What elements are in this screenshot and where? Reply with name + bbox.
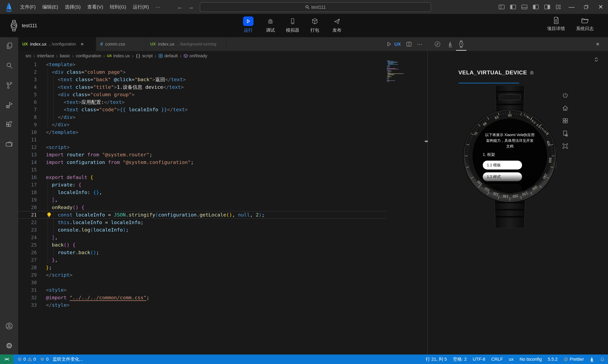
menu-file[interactable]: 文件(F) [17, 0, 39, 14]
code-line-15[interactable]: 15 [18, 166, 427, 174]
code-line-12[interactable]: 12<script> [18, 143, 427, 151]
app-button-template[interactable]: 1.1 模板 [483, 161, 522, 169]
breadcrumb-default[interactable]: default [159, 53, 178, 58]
code-line-22[interactable]: 22 this.localeInfo = localeInfo; [18, 219, 427, 226]
menu-selection[interactable]: 选择(S) [61, 0, 84, 14]
language-mode[interactable]: ux [509, 357, 514, 362]
encoding[interactable]: UTF-8 [473, 357, 485, 362]
layout-sidebar-left-filled-icon[interactable] [530, 0, 542, 14]
split-editor-icon[interactable] [404, 37, 414, 51]
code-line-2[interactable]: 2 <div class="column page"> [18, 68, 427, 76]
menu-view[interactable]: 查看(V) [84, 0, 106, 14]
layout-customize-icon[interactable] [553, 0, 564, 14]
app-list-icon[interactable] [562, 117, 569, 124]
tab-comm-css[interactable]: # comm.css [96, 37, 146, 51]
code-line-28[interactable]: 28}; [18, 264, 427, 272]
code-line-14[interactable]: 14import configuration from "@system.con… [18, 159, 427, 166]
code-line-24[interactable]: 24 }, [18, 234, 427, 241]
breadcrumb-src[interactable]: src [26, 53, 31, 58]
debug-bug-icon[interactable] [529, 70, 535, 75]
preview-sailboat-icon[interactable] [446, 37, 455, 51]
breadcrumb-interface[interactable]: interface [37, 53, 54, 58]
simulator-button[interactable]: 模拟器 [281, 15, 304, 33]
minimap[interactable] [386, 60, 425, 84]
ux-language-badge[interactable]: UX [393, 37, 402, 51]
ports-status[interactable]: 0 [40, 357, 49, 362]
power-icon[interactable] [562, 92, 569, 99]
layout-sidebar-left-icon[interactable] [507, 0, 519, 14]
code-line-19[interactable]: 19 }, [18, 196, 427, 204]
extension-version[interactable]: 5.5.2 [548, 357, 557, 362]
close-window-button[interactable]: ✕ [594, 0, 608, 14]
code-line-18[interactable]: 18 localeInfo: {}, [18, 189, 427, 196]
code-line-21[interactable]: 21 const localeInfo = JSON.stringify(con… [18, 211, 427, 219]
code-line-4[interactable]: 4 <text class="title">1.设备信息 device</tex… [18, 83, 427, 91]
run-debug-icon[interactable] [0, 96, 18, 114]
code-line-5[interactable]: 5 <div class="column group"> [18, 91, 427, 98]
extensions-icon[interactable] [0, 116, 18, 133]
code-line-27[interactable]: 27 }, [18, 256, 427, 264]
sailboat-status-icon[interactable] [590, 357, 594, 362]
breadcrumb-configuration[interactable]: configuration [76, 53, 101, 58]
menu-run[interactable]: 运行(R) [130, 0, 152, 14]
code-line-26[interactable]: 26 router.back(); [18, 249, 427, 256]
menu-more[interactable]: ··· [152, 0, 164, 14]
code-line-16[interactable]: 16export default { [18, 174, 427, 181]
code-line-17[interactable]: 17 private: { [18, 181, 427, 189]
source-control-icon[interactable] [0, 77, 18, 94]
settings-gear-icon[interactable] [0, 337, 18, 354]
code-line-32[interactable]: 32@import "../../../common/comm.css"; [18, 294, 427, 301]
indentation[interactable]: 空格: 2 [453, 356, 467, 362]
menu-edit[interactable]: 编辑(E) [39, 0, 61, 14]
layout-panel-icon[interactable] [519, 0, 530, 14]
restore-button[interactable] [579, 0, 594, 14]
command-center-search[interactable]: test111 [200, 2, 431, 12]
nav-back-icon[interactable]: ← [177, 4, 183, 11]
code-line-11[interactable]: 11 [18, 136, 427, 143]
publish-button[interactable]: 发布 [326, 15, 348, 33]
breadcrumb-script[interactable]: {}script [135, 53, 153, 58]
code-line-23[interactable]: 23 console.log(localeInfo); [18, 226, 427, 234]
cursor-position[interactable]: 行 21, 列 5 [426, 356, 447, 362]
watch-app-screen[interactable]: 以下将展示 Xiaomi Vela快应用 架构能力，具体用法详见开发 文档 1.… [473, 119, 547, 193]
preview-watch-icon[interactable] [456, 37, 466, 51]
code-line-13[interactable]: 13import router from "@system.router"; [18, 151, 427, 159]
panel-close-icon[interactable]: × [593, 37, 602, 51]
code-line-9[interactable]: 9 </div> [18, 121, 427, 129]
projects-folder-icon[interactable] [0, 135, 18, 153]
package-button[interactable]: 打包 [304, 15, 326, 33]
code-line-25[interactable]: 25 back() { [18, 241, 427, 249]
tab-index-ux-background-running[interactable]: UX index.ux ...\background-running [146, 37, 227, 51]
fullscreen-icon[interactable] [562, 143, 569, 150]
lightbulb-icon[interactable] [46, 212, 52, 218]
explorer-icon[interactable] [0, 37, 18, 55]
layout-split-icon[interactable] [496, 0, 507, 14]
breadcrumb-index-ux[interactable]: UXindex.ux [107, 53, 130, 58]
code-line-8[interactable]: 8 </div> [18, 114, 427, 121]
tsconfig-status[interactable]: No tsconfig [519, 357, 542, 362]
home-icon[interactable] [562, 104, 569, 112]
minimize-button[interactable]: — [564, 0, 579, 14]
problems-status[interactable]: 0 0 [17, 357, 36, 362]
breadcrumb-basic[interactable]: basic [60, 53, 70, 58]
code-line-1[interactable]: 1<template> [18, 61, 427, 68]
eol-sequence[interactable]: CRLF [491, 357, 503, 362]
remote-indicator[interactable]: >< [0, 354, 13, 364]
tab-index-ux-configuration[interactable]: UX index.ux ...\configuration × [18, 37, 96, 51]
formatter-status[interactable]: Prettier [564, 357, 584, 362]
code-line-10[interactable]: 10</template> [18, 129, 427, 136]
code-line-33[interactable]: 33</style> [18, 301, 427, 309]
code-line-20[interactable]: 20 onReady() { [18, 204, 427, 211]
more-actions-icon[interactable]: ··· [415, 37, 424, 51]
menu-goto[interactable]: 转到(G) [106, 0, 129, 14]
breadcrumb-onready[interactable]: onReady [184, 53, 207, 58]
notifications-bell-icon[interactable] [600, 357, 605, 362]
code-area[interactable]: 1<template>2 <div class="column page">3 … [18, 61, 427, 354]
system-log-button[interactable]: 系统日志 [576, 15, 594, 32]
code-line-7[interactable]: 7 <text class="code">{{ localeInfo }}</t… [18, 106, 427, 114]
preview-browser-compass-icon[interactable] [433, 37, 442, 51]
run-button[interactable]: 运行 [237, 15, 259, 33]
screenshot-icon[interactable] [562, 130, 569, 137]
code-line-31[interactable]: 31<style> [18, 286, 427, 294]
debug-button[interactable]: 调试 [259, 15, 281, 33]
